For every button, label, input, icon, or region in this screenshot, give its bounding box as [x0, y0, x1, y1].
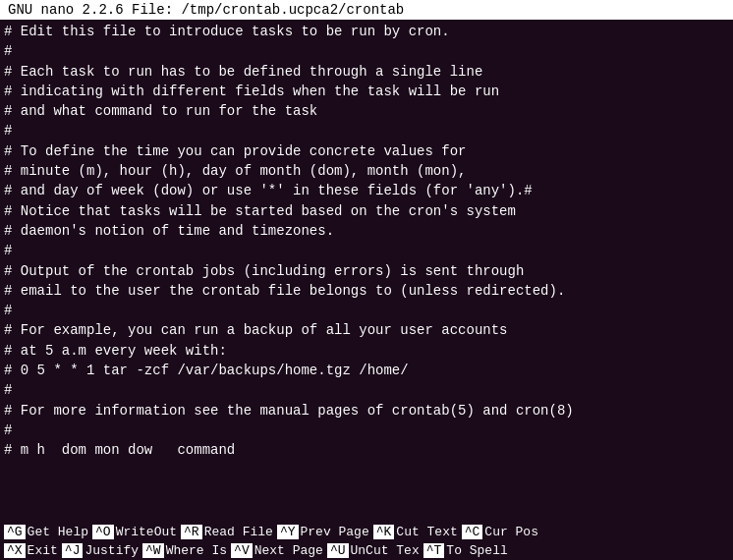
editor-line: # at 5 a.m every week with: — [0, 341, 733, 361]
shortcut-key: ^X — [4, 543, 26, 558]
shortcut-item[interactable]: ^CCur Pos — [462, 525, 538, 539]
shortcut-item[interactable]: ^GGet Help — [4, 525, 88, 539]
status-bar — [0, 505, 733, 523]
editor-line: # For more information see the manual pa… — [0, 401, 733, 420]
shortcut-item[interactable]: ^VNext Page — [231, 543, 323, 558]
editor-line: # daemon's notion of time and timezones. — [0, 221, 733, 241]
shortcut-item[interactable]: ^TTo Spell — [423, 543, 508, 558]
shortcut-item[interactable]: ^YPrev Page — [277, 525, 369, 539]
shortcut-label: Cut Text — [396, 525, 457, 539]
editor-line: # minute (m), hour (h), day of month (do… — [0, 161, 733, 181]
editor-line: # and day of week (dow) or use '*' in th… — [0, 181, 733, 200]
editor-line: # indicating with different fields when … — [0, 82, 733, 101]
editor-line: # — [0, 41, 733, 61]
shortcut-key: ^K — [373, 525, 395, 539]
editor-line: # — [0, 301, 733, 320]
shortcut-label: Next Page — [254, 543, 323, 558]
editor-line: # Edit this file to introduce tasks to b… — [0, 22, 733, 41]
editor-line: # 0 5 * * 1 tar -zcf /var/backups/home.t… — [0, 361, 733, 380]
app: GNU nano 2.2.6 File: /tmp/crontab.ucpca2… — [0, 0, 733, 560]
shortcut-key: ^R — [181, 525, 202, 539]
shortcut-key: ^U — [327, 543, 349, 558]
editor-line: # To define the time you can provide con… — [0, 141, 733, 161]
editor-line: # — [0, 420, 733, 440]
editor-line: # email to the user the crontab file bel… — [0, 281, 733, 301]
editor-line: # — [0, 121, 733, 140]
shortcut-label: Where Is — [166, 543, 227, 558]
shortcut-key: ^O — [92, 525, 114, 539]
editor-line: # — [0, 380, 733, 400]
editor-line: # m h dom mon dow command — [0, 440, 733, 460]
shortcut-item[interactable]: ^KCut Text — [373, 525, 458, 539]
editor-line: # Notice that tasks will be started base… — [0, 201, 733, 221]
shortcut-item[interactable]: ^OWriteOut — [92, 525, 177, 539]
shortcut-bar-1: ^GGet Help^OWriteOut^RRead File^YPrev Pa… — [0, 523, 733, 541]
shortcut-item[interactable]: ^RRead File — [181, 525, 273, 539]
shortcut-item[interactable]: ^UUnCut Tex — [327, 543, 420, 558]
editor-line: # and what command to run for the task — [0, 101, 733, 121]
editor-area[interactable]: # Edit this file to introduce tasks to b… — [0, 20, 733, 505]
shortcut-key: ^G — [4, 525, 26, 539]
editor-line: # Output of the crontab jobs (including … — [0, 261, 733, 281]
shortcut-label: Prev Page — [301, 525, 369, 539]
shortcut-label: Exit — [28, 543, 58, 558]
shortcut-key: ^J — [62, 543, 84, 558]
title-bar: GNU nano 2.2.6 File: /tmp/crontab.ucpca2… — [0, 0, 733, 20]
shortcut-key: ^C — [462, 525, 483, 539]
shortcut-label: Justify — [85, 543, 139, 558]
shortcut-label: To Spell — [446, 543, 507, 558]
editor-line: # Each task to run has to be defined thr… — [0, 62, 733, 82]
shortcut-key: ^W — [142, 543, 164, 558]
shortcut-label: Get Help — [28, 525, 88, 539]
editor-line: # — [0, 241, 733, 260]
shortcut-item[interactable]: ^WWhere Is — [142, 543, 227, 558]
shortcut-bar-2: ^XExit^JJustify^WWhere Is^VNext Page^UUn… — [0, 541, 733, 560]
shortcut-key: ^V — [231, 543, 253, 558]
shortcut-label: UnCut Tex — [351, 543, 420, 558]
shortcut-label: Cur Pos — [484, 525, 538, 539]
shortcut-item[interactable]: ^XExit — [4, 543, 58, 558]
shortcut-key: ^Y — [277, 525, 299, 539]
title-text: GNU nano 2.2.6 File: /tmp/crontab.ucpca2… — [8, 2, 404, 18]
shortcut-key: ^T — [423, 543, 445, 558]
editor-line: # For example, you can run a backup of a… — [0, 320, 733, 340]
shortcut-label: Read File — [204, 525, 273, 539]
shortcut-label: WriteOut — [116, 525, 177, 539]
shortcut-item[interactable]: ^JJustify — [62, 543, 139, 558]
